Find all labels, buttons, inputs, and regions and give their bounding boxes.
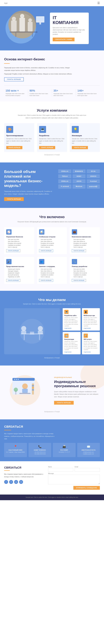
contact-card-1: 📞 НОМЕР ТЕЛЕФОНА +38 (063) 999-99-99 +38… (29, 443, 51, 457)
contact-card-icon-3: ✉️ (79, 445, 98, 448)
email-label: Email (75, 466, 100, 468)
included-card-2: 💼 Комплексное финансово- Duis aute irure… (70, 227, 100, 254)
included-item-0-2: Excepteur sint occaecat (6, 242, 32, 244)
menu-icon[interactable]: ☰ (97, 2, 100, 5)
payment-section: Большой объем платежей или уникальная би… (0, 162, 104, 208)
services-title: Услуги компании (4, 108, 100, 112)
stat-item-3: 146+ Параграф citam lorem dolor lorem lo… (76, 89, 100, 96)
included-item-5-0: Duis aute irure dolor (72, 268, 98, 270)
wedo-card-title-2: Консультации (64, 338, 79, 340)
business-cta-button[interactable]: УЗНАТЬ БОЛЬШЕ (4, 77, 24, 81)
service-icon-1: 💻 (39, 126, 46, 133)
contact-card-title-0: НАШ ГЛАВНЫЙ ОФИС (6, 449, 26, 451)
included-item-5-1: Nam citam dolore eu (72, 270, 98, 272)
logo-4: SONY (73, 174, 86, 178)
service-card-title-0: Прототипирование (6, 134, 32, 136)
wedo-card-title-0: Разработка сайта (64, 315, 79, 316)
email-input[interactable] (75, 468, 100, 472)
contact-card-title-3: ЭЛЕКТРОННАЯ ПОЧТА (79, 449, 98, 451)
included-icon-1: 📊 (39, 229, 44, 234)
stat-item-1: 90% Curabitur lorem dolor lorem citam lo… (28, 89, 52, 96)
contact-card-text-0: Ул. Главная, 1 Ваш город 99999 (6, 451, 26, 453)
included-price-1[interactable]: УЗНАТЬ БОЛЬШЕ (39, 249, 53, 252)
wedo-card-link-2[interactable]: ПОДРОБНЕЕ (64, 352, 79, 353)
included-price-4[interactable]: УЗНАТЬ БОЛЬШЕ (39, 279, 53, 282)
services-intro: Sample text. Click to select the text. C… (16, 114, 88, 119)
hero-card: IT КОМПАНИЯ Quia auris nunc dolor a urpe… (50, 12, 89, 44)
social-facebook-icon[interactable]: f (4, 480, 8, 484)
included-list-2: Duis aute irure dolor Nam citam dolore e… (72, 239, 98, 248)
service-cta-1[interactable]: УЗНАТЬ БОЛЬШЕ (39, 146, 55, 149)
wedo-card-link-0[interactable]: ПОДРОБНЕЕ (64, 328, 79, 329)
message-label: Message (48, 473, 100, 474)
contact-card-icon-1: 📞 (30, 445, 50, 448)
included-price-3[interactable]: УЗНАТЬ БОЛЬШЕ (6, 279, 20, 282)
contact-cards-grid: 📍 НАШ ГЛАВНЫЙ ОФИС Ул. Главная, 1 Ваш го… (4, 443, 100, 457)
svg-point-6 (28, 18, 32, 22)
hero-content: IT КОМПАНИЯ Quia auris nunc dolor a urpe… (50, 8, 104, 48)
included-item-5-2: Excepteur sint occaecat (72, 272, 98, 274)
included-price-5[interactable]: УЗНАТЬ БОЛЬШЕ (72, 279, 86, 282)
included-card-5: 🔧 Помощь разработки Duis aute irure dolo… (70, 257, 100, 284)
service-icon-2: 💡 (72, 126, 79, 133)
message-textarea[interactable] (48, 475, 100, 484)
wedo-card-0: 💻 Разработка сайта Sample text. Click to… (63, 308, 81, 330)
service-cta-0[interactable]: УЗНАТЬ БОЛЬШЕ (6, 146, 22, 149)
wedo-card-2: 🏢 Консультации Sample text. Click to sel… (63, 332, 81, 354)
svg-point-27 (16, 379, 17, 380)
svg-rect-11 (37, 17, 43, 21)
wedo-card-icon-3: 🔍 (84, 334, 88, 338)
included-item-0-3: Cupidatat non proident (6, 244, 32, 246)
business-section: Основа интернет-бизнес Параграф ipsum do… (0, 50, 104, 102)
included-card-3: 🎤 Представление высоко Корзина для покуп… (4, 257, 34, 284)
svg-rect-16 (39, 334, 40, 340)
payment-cta-button[interactable]: УЗНАТЬ БОЛЬШЕ (4, 197, 24, 201)
included-price-0[interactable]: УЗНАТЬ БОЛЬШЕ (6, 249, 20, 252)
svg-rect-9 (32, 32, 33, 37)
wedo-card-link-3[interactable]: ПОДРОБНЕЕ (84, 352, 98, 353)
hero-subtitle: Quia auris nunc dolor a urperpellentut e… (53, 27, 86, 36)
hero-cta-button[interactable]: СВЯЗАТЬСЯ С НАМИ (53, 38, 74, 41)
wedo-credit: Изображения от Freepik (4, 357, 100, 358)
stat-label-0: Параграф citam dolor lorem dolor loremid… (6, 93, 27, 96)
service-card-1: 💻 Разработка Sample text. Click to selec… (37, 123, 67, 152)
form-row-1: Name Email (48, 466, 100, 472)
wedo-illustration (4, 308, 60, 354)
submit-button[interactable]: ОТПРАВИТЬ СООБЩЕНИЕ (73, 486, 100, 490)
connect-left: СВЯЗАТЬСЯ Мы стараем предоставить наилуч… (4, 466, 44, 490)
included-list-3: Корзина для покупок Закладки товаров Сра… (6, 268, 32, 278)
stat-number-3: 146+ (77, 89, 98, 92)
wedo-card-link-1[interactable]: ПОДРОБНЕЕ (84, 328, 98, 329)
svg-point-2 (12, 17, 16, 21)
connect-layout: СВЯЗАТЬСЯ Мы стараем предоставить наилуч… (4, 466, 100, 490)
stat-number-2: 35+ (54, 89, 75, 92)
svg-rect-3 (19, 18, 25, 32)
contact-card-icon-0: 📍 (6, 445, 26, 448)
svg-point-29 (22, 384, 28, 389)
form-field-email: Email (75, 466, 100, 472)
svg-point-33 (14, 388, 18, 392)
business-text2: Параграф Fringilla ut diam vel lorem ele… (4, 73, 74, 75)
social-twitter-icon[interactable]: ✦ (9, 480, 13, 484)
name-input[interactable] (48, 468, 73, 472)
included-card-0: 📈 Управление бизнесом Duis aute irure do… (4, 227, 34, 254)
hero-illustration (0, 9, 50, 48)
stat-item-0: 150 млн + Параграф citam dolor lorem dol… (4, 89, 28, 96)
included-section: Что включено Получите более 100 функций … (0, 208, 104, 291)
included-item-5-3: Cupidatat non proident (72, 274, 98, 276)
solutions-cta-button[interactable]: УЗНАТЬ БОЛЬШЕ (54, 401, 74, 404)
service-card-0: 🎨 Прототипирование Sample text. Click to… (4, 123, 34, 152)
social-instagram-icon[interactable]: ◎ (14, 480, 18, 484)
logo-8: ✦united (87, 179, 100, 183)
services-grid: 🎨 Прототипирование Sample text. Click to… (4, 123, 100, 152)
included-price-2[interactable]: УЗНАТЬ БОЛЬШЕ (72, 249, 86, 252)
logo-5: CROCS (87, 174, 100, 178)
stat-label-1: Curabitur lorem dolor lorem citam lorem … (30, 93, 50, 96)
service-cta-2[interactable]: УЗНАТЬ БОЛЬШЕ (72, 146, 88, 149)
hero-section: IT КОМПАНИЯ Quia auris nunc dolor a urpe… (0, 6, 104, 50)
included-item-4-2: Excepteur sint occaecat (39, 272, 65, 274)
social-linkedin-icon[interactable]: in (19, 480, 23, 484)
wedo-section: Что мы делаем Sample text. Click to sele… (0, 291, 104, 366)
included-card-title-4: Занятия с сотрудник. (39, 266, 65, 267)
payment-title: Большой объем платежей или уникальная би… (4, 169, 54, 188)
